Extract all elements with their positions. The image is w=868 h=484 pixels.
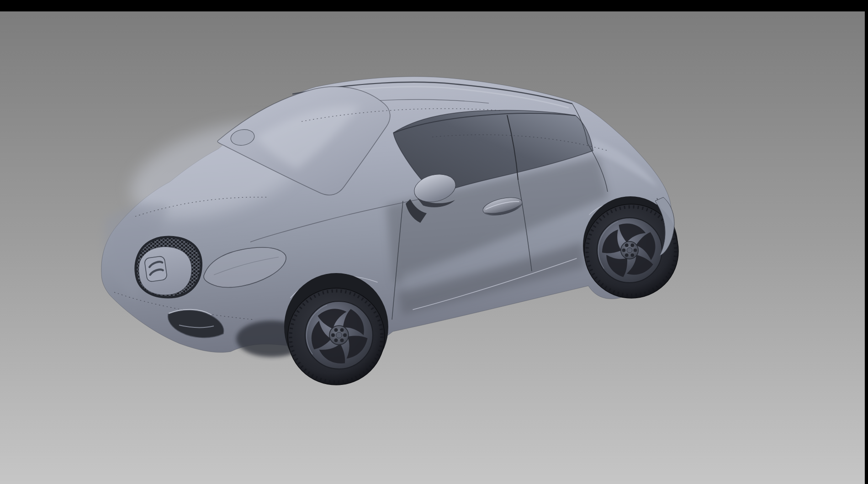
- rear-center-cap: [627, 247, 632, 253]
- seat-s-logo-icon: [144, 256, 168, 282]
- front-center-cap: [336, 332, 342, 338]
- render-canvas: [0, 0, 868, 484]
- cad-viewport[interactable]: [0, 0, 868, 484]
- rear-wheel: [583, 196, 678, 298]
- letterbox-top-bar: [0, 0, 868, 11]
- front-wheel: [284, 273, 388, 385]
- front-grille: [136, 237, 201, 297]
- letterbox-right-bar: [865, 0, 868, 484]
